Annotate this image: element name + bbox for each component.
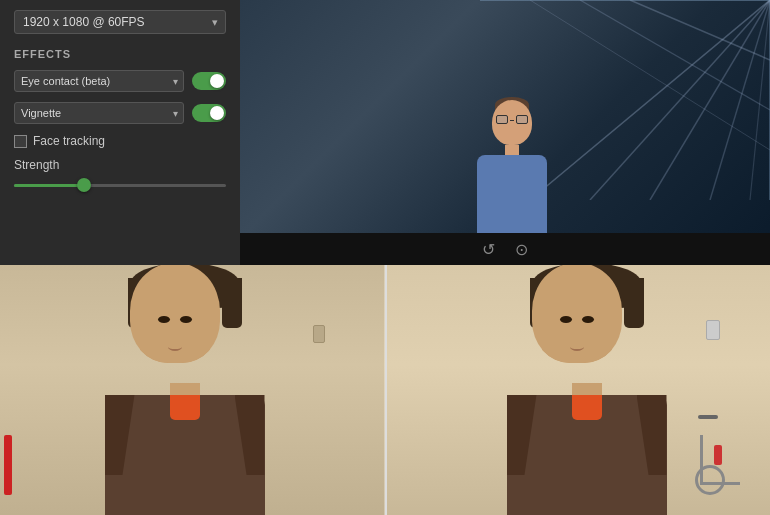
strength-slider[interactable]	[14, 177, 226, 193]
strength-section: Strength	[14, 158, 226, 193]
person-head-left	[130, 265, 220, 363]
mouth-right	[570, 343, 584, 351]
eye-right-r	[582, 316, 594, 323]
glasses-left	[496, 115, 508, 124]
svg-line-3	[710, 0, 770, 200]
glasses-bridge	[510, 120, 514, 122]
rotate-icon[interactable]: ↺	[482, 240, 495, 259]
resolution-select[interactable]: 1920 x 1080 @ 60FPS	[14, 10, 226, 34]
collar-left	[170, 395, 200, 420]
face-tracking-checkbox[interactable]	[14, 135, 27, 148]
presenter-neck	[505, 145, 519, 155]
eye-left-r	[180, 316, 192, 323]
neck-left	[170, 383, 200, 395]
effect1-toggle[interactable]	[192, 72, 226, 90]
lapel-right-l	[235, 395, 265, 475]
body-right	[507, 395, 667, 515]
resolution-wrapper: 1920 x 1080 @ 60FPS	[14, 10, 226, 34]
collar-right	[572, 395, 602, 420]
lapel-left-r	[507, 395, 537, 475]
presenter-glasses	[496, 114, 528, 124]
face-left	[140, 298, 210, 363]
glasses-right	[516, 115, 528, 124]
effect2-row: Vignette	[14, 102, 226, 124]
svg-line-1	[590, 0, 770, 200]
hair-side-r-left	[222, 278, 242, 328]
effect1-toggle-thumb	[210, 74, 224, 88]
slider-thumb[interactable]	[77, 178, 91, 192]
person-figure-left	[105, 265, 265, 515]
presenter-head-group	[492, 100, 532, 145]
effects-label: EFFECTS	[14, 48, 226, 60]
effect2-select-wrapper: Vignette	[14, 102, 184, 124]
svg-line-5	[630, 0, 770, 60]
lapel-right-r	[637, 395, 667, 475]
effect1-row: Eye contact (beta)	[14, 70, 226, 92]
head-wrapper-left	[130, 265, 240, 383]
eye-right-l	[560, 316, 572, 323]
bike-seat	[698, 415, 718, 419]
face-tracking-row: Face tracking	[14, 134, 226, 148]
left-indicator	[4, 435, 12, 495]
presenter-head	[492, 100, 532, 145]
red-accent	[714, 445, 722, 465]
person-head-right	[532, 265, 622, 363]
effect1-select[interactable]: Eye contact (beta)	[14, 70, 184, 92]
hair-side-r-right	[624, 278, 644, 328]
eye-left-l	[158, 316, 170, 323]
presenter-figure	[477, 100, 547, 235]
top-panel: 1920 x 1080 @ 60FPS EFFECTS Eye contact …	[0, 0, 770, 265]
strength-label: Strength	[14, 158, 226, 172]
exercise-bike	[690, 415, 750, 495]
effect2-toggle-track	[192, 104, 226, 122]
bottom-panel	[0, 265, 770, 515]
video-right	[385, 265, 770, 515]
face-tracking-label: Face tracking	[33, 134, 105, 148]
controls-panel: 1920 x 1080 @ 60FPS EFFECTS Eye contact …	[0, 0, 240, 265]
wall-outlet-right	[706, 320, 720, 340]
mouth-left	[168, 343, 182, 351]
presenter-background	[240, 0, 770, 265]
body-left	[105, 395, 265, 515]
wall-outlet-left	[313, 325, 325, 343]
camera-toolbar: ↺ ⊙	[240, 233, 770, 265]
presenter-body	[477, 155, 547, 235]
svg-line-6	[580, 0, 770, 110]
head-wrapper-right	[532, 265, 642, 383]
effect2-toggle[interactable]	[192, 104, 226, 122]
neck-right	[572, 383, 602, 395]
lapel-left	[105, 395, 135, 475]
face-right	[542, 298, 612, 363]
camera-icon[interactable]: ⊙	[515, 240, 528, 259]
effect1-toggle-track	[192, 72, 226, 90]
svg-line-0	[530, 0, 770, 200]
camera-preview: ↺ ⊙	[240, 0, 770, 265]
video-left	[0, 265, 385, 515]
effect2-select[interactable]: Vignette	[14, 102, 184, 124]
effect1-select-wrapper: Eye contact (beta)	[14, 70, 184, 92]
slider-track	[14, 184, 226, 187]
svg-line-7	[530, 0, 770, 150]
person-figure-right	[507, 265, 667, 515]
effect2-toggle-thumb	[210, 106, 224, 120]
